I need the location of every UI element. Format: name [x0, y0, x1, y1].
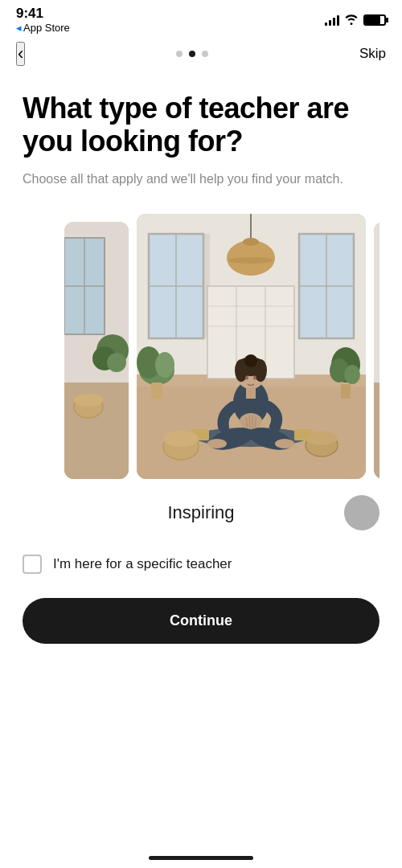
svg-point-57 — [240, 413, 262, 429]
side-right-image — [374, 222, 379, 479]
app-store-label: ◂ App Store — [16, 22, 70, 34]
status-bar: 9:41 ◂ App Store — [0, 0, 402, 35]
toggle-button[interactable] — [344, 495, 379, 530]
specific-teacher-checkbox[interactable] — [23, 555, 42, 574]
svg-point-54 — [245, 375, 248, 379]
back-chevron-icon: ◂ — [16, 22, 22, 34]
status-time: 9:41 — [16, 6, 70, 22]
svg-rect-56 — [246, 387, 256, 399]
svg-point-8 — [107, 353, 126, 372]
carousel-item-right[interactable] — [374, 222, 379, 479]
svg-point-64 — [207, 439, 227, 448]
svg-point-42 — [344, 365, 360, 384]
svg-point-38 — [155, 352, 174, 378]
svg-rect-39 — [151, 383, 162, 399]
svg-point-25 — [243, 238, 259, 246]
main-content: What type of teacher are you looking for… — [0, 76, 402, 188]
carousel-item-center[interactable] — [137, 214, 366, 479]
carousel-item-left[interactable] — [64, 222, 129, 479]
svg-line-59 — [249, 416, 250, 429]
svg-point-67 — [163, 431, 199, 447]
svg-rect-72 — [374, 383, 379, 479]
continue-button[interactable]: Continue — [23, 598, 379, 644]
svg-rect-43 — [341, 384, 351, 399]
skip-button[interactable]: Skip — [359, 46, 386, 62]
pagination-dots — [176, 51, 208, 57]
specific-teacher-row: I'm here for a specific teacher — [0, 530, 402, 574]
teacher-type-label: Inspiring — [142, 502, 260, 523]
dot-2 — [189, 51, 195, 57]
specific-teacher-label: I'm here for a specific teacher — [53, 556, 232, 572]
svg-point-10 — [74, 394, 103, 407]
dot-1 — [176, 51, 183, 57]
svg-point-26 — [228, 257, 273, 264]
center-yoga-image — [137, 214, 366, 479]
svg-point-53 — [244, 354, 257, 367]
wifi-icon — [344, 14, 359, 27]
page-subtitle: Choose all that apply and we'll help you… — [23, 170, 379, 188]
status-left: 9:41 ◂ App Store — [16, 6, 70, 34]
battery-icon — [363, 14, 386, 26]
nav-bar: ‹ Skip — [0, 35, 402, 76]
teacher-carousel[interactable] — [0, 214, 379, 479]
svg-line-61 — [255, 417, 256, 429]
signal-bars-icon — [325, 14, 339, 26]
svg-point-69 — [306, 431, 338, 445]
dot-3 — [202, 51, 208, 57]
svg-point-55 — [253, 375, 256, 379]
page-title: What type of teacher are you looking for… — [23, 92, 379, 158]
side-left-image — [64, 222, 129, 479]
carousel-label-area: Inspiring — [0, 495, 402, 530]
carousel-track — [0, 214, 379, 479]
home-indicator — [149, 856, 253, 860]
continue-button-container: Continue — [0, 574, 402, 644]
status-right — [325, 14, 386, 27]
svg-rect-71 — [374, 222, 379, 383]
svg-point-65 — [275, 439, 294, 448]
back-button[interactable]: ‹ — [16, 42, 25, 66]
